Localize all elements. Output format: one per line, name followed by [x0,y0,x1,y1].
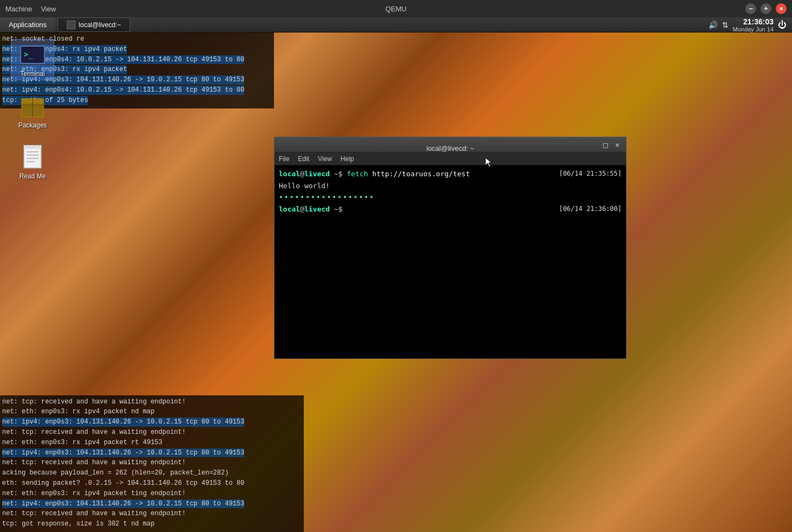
bg-term-bottom-line: net: eth: enp0s3: rx ipv4 packet ting en… [2,489,302,498]
bg-term-bottom-line: net: tcp: received and have a waiting en… [2,398,302,407]
terminal-taskbar-icon [67,21,75,29]
terminal-file-menu[interactable]: File [279,155,289,163]
packages-svg-icon [20,93,46,119]
taskbar-right: 🔊 ⇅ 21:36:03 Monday Jun 14 ⏻ [708,17,792,33]
qemu-machine-menu[interactable]: Machine [5,5,32,13]
terminal-content: local@livecd ~$ fetch http://toaruos.org… [274,165,626,358]
bg-term-bottom-line: eth: sending packet? .0.2.15 -> 104.131.… [2,479,302,488]
bg-term-bottom-line: net: ipv4: enp0s3: 104.131.140.26 -> 10.… [2,448,302,458]
svg-text:>_: >_ [24,50,33,59]
bg-term-bottom-line: net: ipv4: enp0s3: 104.131.140.26 -> 10.… [2,418,302,427]
terminal-close-button[interactable]: × [613,140,622,149]
bg-term-bottom-line: net: tcp: received and have a waiting en… [2,458,302,467]
taskbar-terminal-tab[interactable]: local@livecd:~ [58,17,130,32]
svg-marker-12 [486,158,491,167]
terminal-icon: >_ [20,42,46,68]
desktop-icon-terminal[interactable]: >_ Terminal [11,39,54,80]
vm-screen: Applications local@livecd:~ 🔊 ⇅ 21:36:03… [0,17,792,532]
terminal-help-menu[interactable]: Help [341,155,354,163]
terminal-menubar: File Edit View Help [274,152,626,165]
svg-rect-7 [24,145,41,149]
bg-term-bottom-line: tcp: got response, size is 302 t nd map [2,520,302,529]
bg-term-bottom-line: acking because payload_len = 262 (hlen=2… [2,469,302,478]
readme-svg-icon [20,144,46,170]
terminal-titlebar[interactable]: local@livecd: ~ □ × [274,137,626,152]
desktop-icons: >_ Terminal Packages [11,39,54,182]
desktop-icon-readme[interactable]: Read Me [11,142,54,182]
qemu-menu: Machine View [5,5,56,13]
qemu-minimize-button[interactable]: − [745,3,756,14]
bg-terminal-bottom: net: tcp: received and have a waiting en… [0,395,304,532]
taskbar: Applications local@livecd:~ 🔊 ⇅ 21:36:03… [0,17,792,33]
sound-icon: 🔊 [708,21,718,29]
readme-icon-label: Read Me [20,172,46,180]
qemu-title: QEMU [386,5,407,13]
bg-term-bottom-line: net: ipv4: enp0s3: 104.131.140.26 -> 10.… [2,499,302,509]
terminal-controls: □ × [601,140,622,149]
terminal-line-2: Hello world! [279,181,622,191]
terminal-line-3: •••••••••••••••••• [279,192,622,203]
taskbar-terminal-label: local@livecd:~ [79,21,121,29]
terminal-window: local@livecd: ~ □ × File Edit View Help … [274,137,627,359]
terminal-edit-menu[interactable]: Edit [298,155,309,163]
bg-term-bottom-line: net: tcp: received and have a waiting en… [2,509,302,518]
qemu-titlebar: Machine View QEMU − + × [0,0,792,17]
svg-rect-6 [24,145,41,168]
packages-icon-label: Packages [18,121,47,129]
packages-icon [20,93,46,119]
qemu-controls: − + × [745,3,787,14]
bg-term-bottom-line: net: eth: enp0s3: rx ipv4 packet rt 4915… [2,438,302,447]
day-label: Monday [733,26,754,33]
terminal-minimize-button[interactable]: □ [601,140,610,149]
terminal-line-4: local@livecd ~$ [06/14 21:36:00] [279,204,622,215]
bg-term-bottom-line: net: tcp: received and have a waiting en… [2,428,302,437]
qemu-maximize-button[interactable]: + [761,3,771,14]
bg-term-bottom-line: net: eth: enp0s3: rx ipv4 packet nd map [2,407,302,416]
applications-menu[interactable]: Applications [0,17,55,32]
readme-icon [20,144,46,170]
power-icon[interactable]: ⏻ [778,20,787,30]
terminal-view-menu[interactable]: View [318,155,332,163]
terminal-title: local@livecd: ~ [426,144,474,152]
qemu-view-menu[interactable]: View [41,5,56,13]
terminal-svg-icon: >_ [20,42,46,68]
terminal-icon-label: Terminal [20,70,44,78]
qemu-close-button[interactable]: × [776,3,787,14]
terminal-line-1: local@livecd ~$ fetch http://toaruos.org… [279,169,622,180]
network-icon: ⇅ [722,21,729,29]
clock: 21:36:03 [733,17,774,26]
date-display: Monday Jun 14 [733,26,774,33]
desktop-icon-packages[interactable]: Packages [11,91,54,131]
mouse-cursor [486,158,492,168]
date-label: Jun 14 [756,26,774,33]
